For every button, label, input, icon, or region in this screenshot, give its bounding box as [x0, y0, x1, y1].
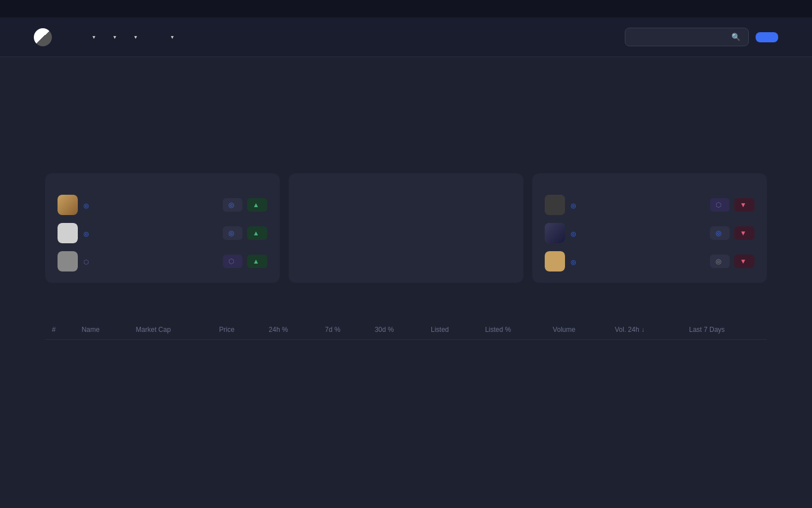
nav-tools[interactable]: ▾	[111, 34, 116, 40]
bottom-floor-movers-card: ◎ ⬡ ▼ ◎	[532, 173, 767, 283]
list-item: ◎ ◎ ▲	[58, 223, 267, 243]
table-header: # Name Market Cap Price 24h % 7d % 30d %…	[45, 320, 767, 340]
price-badge: ⬡	[710, 198, 730, 212]
change-badge: ▲	[247, 198, 267, 212]
sol-usd-ticker	[392, 5, 395, 13]
nft-info-wojak: ◎	[58, 223, 91, 243]
sales-of-day-card	[289, 173, 523, 283]
navbar: ▾ ▾ ▾ ▾ 🔍	[0, 17, 812, 57]
search-box[interactable]: 🔍	[625, 28, 749, 46]
chevron-down-icon: ▾	[113, 34, 116, 40]
col-num: #	[45, 320, 75, 340]
solana-network-ticker	[417, 5, 420, 13]
col-7d: 7d %	[318, 320, 368, 340]
nft-thumb-pumas	[545, 251, 565, 271]
cards-section: ◎ ◎ ▲ ◎	[0, 173, 812, 305]
search-input[interactable]	[633, 33, 727, 41]
price-badge: ◎	[223, 198, 242, 212]
col-volume: Volume	[546, 320, 608, 340]
col-name: Name	[75, 320, 129, 340]
col-price: Price	[212, 320, 262, 340]
list-item: ◎ ◎ ▼	[545, 251, 754, 271]
nft-info-gfc: ◎	[545, 195, 579, 215]
col-market-cap: Market Cap	[129, 320, 213, 340]
nav-get-verified[interactable]: ▾	[169, 34, 174, 40]
price-badge: ◎	[710, 255, 730, 268]
nft-info-pumas: ◎	[545, 251, 579, 271]
col-last7days: Last 7 Days	[682, 320, 767, 340]
change-badge: ▼	[734, 255, 754, 268]
top-floor-movers-card: ◎ ◎ ▲ ◎	[45, 173, 280, 283]
col-listed-pct: Listed %	[478, 320, 546, 340]
nav-right: 🔍	[625, 28, 778, 46]
list-item: ◎ ◎ ▲	[58, 195, 267, 215]
nav-links: ▾ ▾ ▾ ▾	[90, 34, 625, 40]
col-vol-24h: Vol. 24h ↓	[608, 320, 682, 340]
nft-volume: ◎	[571, 230, 579, 238]
logo-icon	[34, 28, 52, 46]
nft-thumb-wojak	[58, 223, 78, 243]
hero-headline	[11, 97, 801, 132]
search-icon: 🔍	[731, 33, 740, 41]
list-item: ◎ ◎ ▼	[545, 223, 754, 243]
nav-upcoming-nft[interactable]: ▾	[90, 34, 95, 40]
nft-volume: ◎	[83, 230, 91, 238]
nft-thumb-cyber	[545, 223, 565, 243]
nft-thumb-donsy	[58, 251, 78, 271]
logo[interactable]	[34, 28, 56, 46]
nft-info-donsy: ⬡	[58, 251, 91, 271]
chevron-down-icon: ▾	[92, 34, 95, 40]
chevron-down-icon: ▾	[171, 34, 174, 40]
nav-market-data[interactable]: ▾	[132, 34, 137, 40]
change-badge: ▲	[247, 255, 267, 268]
ticker-bar	[0, 0, 812, 17]
nft-volume: ◎	[571, 202, 579, 209]
change-badge: ▲	[247, 226, 267, 240]
volume-section: # Name Market Cap Price 24h % 7d % 30d %…	[0, 311, 812, 362]
nft-info-solchefs: ◎	[58, 195, 91, 215]
col-30d: 30d %	[368, 320, 424, 340]
change-badge: ▼	[734, 226, 754, 240]
login-button[interactable]	[756, 32, 778, 42]
nft-thumb-gfc	[545, 195, 565, 215]
col-24h: 24h %	[262, 320, 319, 340]
col-listed: Listed	[424, 320, 478, 340]
list-item: ◎ ⬡ ▼	[545, 195, 754, 215]
volume-table: # Name Market Cap Price 24h % 7d % 30d %…	[45, 320, 767, 340]
nft-volume: ◎	[571, 259, 579, 266]
change-badge: ▼	[734, 198, 754, 212]
nft-volume: ◎	[83, 202, 91, 209]
nft-volume: ⬡	[83, 259, 91, 266]
price-badge: ◎	[710, 226, 730, 240]
list-item: ⬡ ⬡ ▲	[58, 251, 267, 271]
price-badge: ⬡	[223, 255, 242, 268]
nft-info-cyber: ◎	[545, 223, 579, 243]
chevron-down-icon: ▾	[134, 34, 137, 40]
price-badge: ◎	[223, 226, 242, 240]
hero-section	[0, 57, 812, 173]
nft-thumb-solchefs	[58, 195, 78, 215]
